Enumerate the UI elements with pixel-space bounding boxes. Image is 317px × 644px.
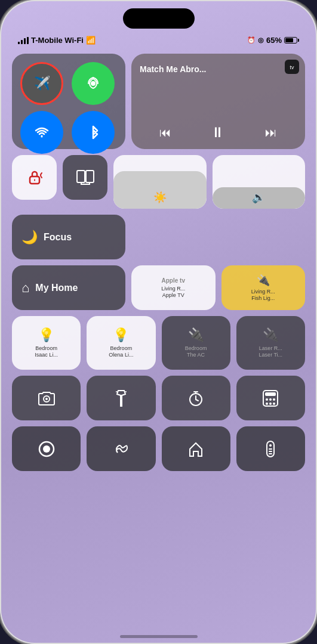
bedroom-olena-tile[interactable]: 💡 BedroomOlena Li... — [87, 316, 155, 370]
svg-rect-4 — [77, 171, 85, 182]
bedroom-ac-label: BedroomThe AC — [185, 345, 207, 358]
control-center: ✈️ — [12, 54, 305, 632]
status-left: T-Mobile Wi-Fi 📶 — [18, 36, 96, 45]
battery-icon — [284, 37, 299, 44]
svg-rect-21 — [269, 448, 272, 450]
wifi-button[interactable] — [20, 111, 63, 154]
row-home: ⌂ My Home Apple tv Living R...Apple TV 🔌… — [12, 265, 305, 310]
svg-point-16 — [273, 402, 275, 405]
row-focus: 🌙 Focus — [12, 215, 305, 259]
home-indicator — [120, 635, 198, 638]
svg-point-0 — [91, 81, 96, 86]
status-bar: T-Mobile Wi-Fi 📶 ⏰ ◎ 65% — [0, 36, 317, 45]
phone-frame: T-Mobile Wi-Fi 📶 ⏰ ◎ 65% ✈️ — [0, 0, 317, 644]
alarm-icon: ⏰ — [247, 36, 256, 44]
dynamic-island — [123, 8, 195, 29]
row-bottom-utilities — [12, 426, 305, 471]
light-on-icon: 💡 — [38, 327, 54, 343]
svg-point-11 — [266, 398, 268, 401]
wifi-icon: 📶 — [86, 36, 96, 45]
screen-lock-button[interactable] — [12, 155, 57, 200]
volume-slider[interactable]: 🔉 — [213, 155, 306, 209]
home-shortcut-button[interactable] — [162, 426, 230, 471]
focus-button[interactable]: 🌙 Focus — [12, 215, 125, 259]
status-right: ⏰ ◎ 65% — [247, 36, 299, 45]
flashlight-button[interactable] — [87, 376, 155, 420]
apple-tv-tile[interactable]: Apple tv Living R...Apple TV — [131, 265, 216, 310]
row-toggles-sliders: ☀️ 🔉 — [12, 155, 305, 209]
shazam-button[interactable] — [87, 426, 155, 471]
plug-off-icon: 🔌 — [188, 327, 204, 343]
laser-tile[interactable]: 🔌 Laser R...Laser Ti... — [236, 316, 305, 370]
carrier-label: T-Mobile Wi-Fi — [31, 36, 84, 45]
row-bedroom-devices: 💡 BedroomIsaac Li... 💡 BedroomOlena Li..… — [12, 316, 305, 370]
timer-button[interactable] — [162, 376, 230, 420]
record-button[interactable] — [12, 426, 81, 471]
remote-button[interactable] — [236, 426, 305, 471]
svg-point-13 — [273, 398, 275, 401]
media-app-icon: tv — [285, 60, 299, 74]
airplane-mode-button[interactable]: ✈️ — [20, 62, 63, 105]
skip-forward-button[interactable]: ⏭ — [265, 126, 277, 140]
media-player-panel: tv Match Me Abro... ⏮ ⏸ ⏭ — [131, 54, 305, 149]
focus-label: Focus — [44, 232, 72, 243]
fish-light-tile[interactable]: 🔌 Living R...Fish Lig... — [221, 265, 306, 310]
bedroom-isaac-tile[interactable]: 💡 BedroomIsaac Li... — [12, 316, 81, 370]
skip-back-button[interactable]: ⏮ — [159, 126, 171, 140]
home-icon: ⌂ — [21, 280, 29, 296]
svg-text:tv: tv — [290, 64, 294, 70]
play-pause-button[interactable]: ⏸ — [211, 124, 225, 141]
fish-light-label: Living R...Fish Lig... — [251, 289, 275, 302]
media-title: Match Me Abro... — [140, 64, 297, 74]
my-home-button[interactable]: ⌂ My Home — [12, 265, 125, 310]
plug-off-icon2: 🔌 — [263, 327, 279, 343]
brightness-icon: ☀️ — [153, 191, 167, 204]
connectivity-panel: ✈️ — [12, 54, 125, 149]
volume-icon: 🔉 — [252, 191, 265, 204]
bluetooth-button[interactable] — [72, 111, 115, 154]
apple-tv-label: Living R...Apple TV — [161, 286, 185, 299]
svg-rect-22 — [269, 451, 272, 452]
plug-icon: 🔌 — [257, 274, 270, 287]
screen-mirror-button[interactable] — [63, 155, 107, 200]
bedroom-ac-tile[interactable]: 🔌 BedroomThe AC — [162, 316, 230, 370]
apple-tv-logo: Apple tv — [162, 277, 185, 284]
signal-icon — [18, 37, 29, 44]
light-on-icon2: 💡 — [113, 327, 129, 343]
battery-label: 65% — [266, 36, 282, 45]
location-icon: ◎ — [258, 36, 264, 44]
home-label: My Home — [35, 283, 78, 293]
row-utilities — [12, 376, 305, 420]
moon-icon: 🌙 — [21, 230, 38, 245]
camera-button[interactable] — [12, 376, 81, 420]
cellular-button[interactable] — [72, 62, 115, 105]
bedroom-olena-label: BedroomOlena Li... — [109, 345, 133, 358]
svg-point-14 — [266, 402, 268, 405]
svg-rect-5 — [86, 171, 94, 182]
calculator-button[interactable] — [236, 376, 305, 420]
svg-point-18 — [43, 445, 50, 453]
bedroom-isaac-label: BedroomIsaac Li... — [35, 345, 58, 358]
media-controls: ⏮ ⏸ ⏭ — [140, 124, 297, 141]
svg-rect-23 — [269, 453, 272, 454]
svg-point-20 — [269, 444, 272, 447]
svg-point-12 — [269, 398, 272, 401]
svg-rect-10 — [265, 392, 276, 396]
row-connectivity-media: ✈️ — [12, 54, 305, 149]
brightness-slider[interactable]: ☀️ — [113, 155, 207, 209]
svg-point-7 — [45, 398, 48, 400]
svg-point-15 — [269, 402, 272, 405]
laser-label: Laser R...Laser Ti... — [259, 345, 283, 358]
